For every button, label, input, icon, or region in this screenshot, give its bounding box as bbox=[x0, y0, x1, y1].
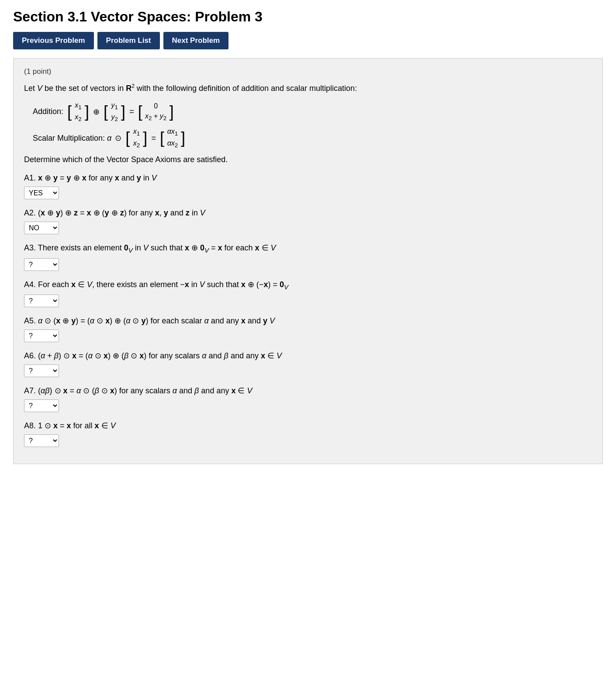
axiom-a2-select[interactable]: NO YES ? bbox=[24, 222, 59, 234]
scalar-label: Scalar Multiplication: α bbox=[33, 134, 111, 143]
next-problem-button[interactable]: Next Problem bbox=[163, 32, 229, 49]
axiom-a6-select[interactable]: ? YES NO bbox=[24, 364, 59, 377]
axiom-a5: A5. α ⊙ (x ⊕ y) = (α ⊙ x) ⊕ (α ⊙ y) for … bbox=[24, 315, 592, 342]
axiom-a3-select[interactable]: ? YES NO bbox=[24, 258, 59, 271]
axiom-a7-text: A7. (αβ) ⊙ x = α ⊙ (β ⊙ x) for any scala… bbox=[24, 385, 592, 397]
equals-2: = bbox=[151, 134, 156, 143]
intro-text: Let V be the set of vectors in R2 with t… bbox=[24, 82, 592, 95]
axiom-a1-select[interactable]: YES NO ? bbox=[24, 187, 59, 199]
axiom-a1: A1. x ⊕ y = y ⊕ x for any x and y in V Y… bbox=[24, 172, 592, 199]
matrix-result-scalar: [ αx1 αx2 ] bbox=[159, 126, 186, 150]
axiom-a7: A7. (αβ) ⊙ x = α ⊙ (β ⊙ x) for any scala… bbox=[24, 385, 592, 412]
axiom-a2: A2. (x ⊕ y) ⊕ z = x ⊕ (y ⊕ z) for any x,… bbox=[24, 207, 592, 234]
axiom-a6: A6. (α + β) ⊙ x = (α ⊙ x) ⊕ (β ⊙ x) for … bbox=[24, 350, 592, 377]
nav-buttons: Previous Problem Problem List Next Probl… bbox=[13, 32, 603, 49]
problem-list-button[interactable]: Problem List bbox=[97, 32, 160, 49]
matrix-y: [ y1 y2 ] bbox=[103, 100, 126, 124]
axiom-a4-select[interactable]: ? YES NO bbox=[24, 295, 59, 307]
axiom-a2-text: A2. (x ⊕ y) ⊕ z = x ⊕ (y ⊕ z) for any x,… bbox=[24, 207, 592, 219]
axiom-a3-text: A3. There exists an element 0V in V such… bbox=[24, 242, 592, 255]
axiom-a4: A4. For each x ∈ V, there exists an elem… bbox=[24, 279, 592, 307]
page-title: Section 3.1 Vector Spaces: Problem 3 bbox=[13, 9, 603, 25]
axiom-a4-text: A4. For each x ∈ V, there exists an elem… bbox=[24, 279, 592, 292]
axiom-a6-text: A6. (α + β) ⊙ x = (α ⊙ x) ⊕ (β ⊙ x) for … bbox=[24, 350, 592, 362]
odot-symbol-1: ⊙ bbox=[115, 133, 121, 143]
axiom-a8: A8. 1 ⊙ x = x for all x ∈ V ? YES NO bbox=[24, 420, 592, 447]
axiom-a5-text: A5. α ⊙ (x ⊕ y) = (α ⊙ x) ⊕ (α ⊙ y) for … bbox=[24, 315, 592, 327]
addition-label: Addition: bbox=[33, 107, 63, 116]
matrix-x: [ x1 x2 ] bbox=[67, 100, 90, 124]
axiom-a7-select[interactable]: ? YES NO bbox=[24, 399, 59, 412]
axiom-a8-select[interactable]: ? YES NO bbox=[24, 434, 59, 447]
oplus-symbol-1: ⊕ bbox=[93, 107, 100, 117]
matrix-result-addition: [ 0 x2 + y2 ] bbox=[138, 101, 174, 123]
determine-text: Determine which of the Vector Space Axio… bbox=[24, 155, 592, 164]
problem-box: (1 point) Let V be the set of vectors in… bbox=[13, 58, 603, 464]
axiom-a3: A3. There exists an element 0V in V such… bbox=[24, 242, 592, 271]
matrix-x2: [ x1 x2 ] bbox=[125, 126, 148, 150]
prev-problem-button[interactable]: Previous Problem bbox=[13, 32, 94, 49]
axiom-a1-text: A1. x ⊕ y = y ⊕ x for any x and y in V bbox=[24, 172, 592, 184]
axiom-a8-text: A8. 1 ⊙ x = x for all x ∈ V bbox=[24, 420, 592, 432]
addition-equation: Addition: [ x1 x2 ] ⊕ [ y1 y2 ] = [ 0 x bbox=[33, 100, 592, 124]
axiom-a5-select[interactable]: ? YES NO bbox=[24, 330, 59, 342]
scalar-equation: Scalar Multiplication: α ⊙ [ x1 x2 ] = [… bbox=[33, 126, 592, 150]
equals-1: = bbox=[129, 107, 134, 116]
point-label: (1 point) bbox=[24, 67, 592, 76]
